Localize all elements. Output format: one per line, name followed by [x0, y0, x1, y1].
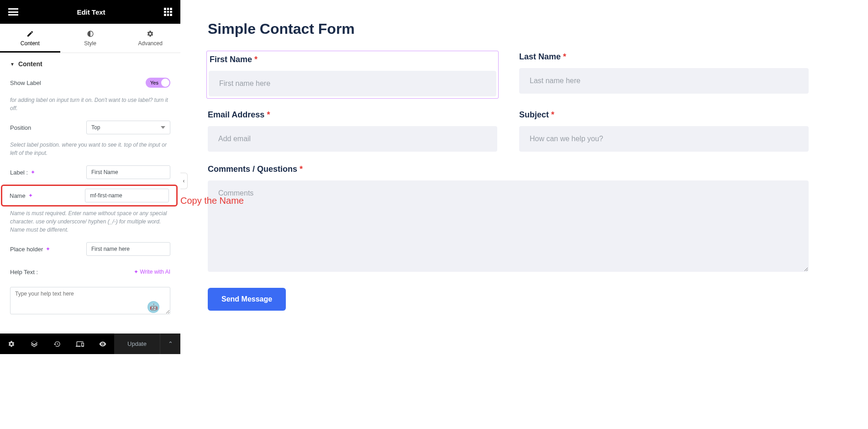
contact-form: First Name * Last Name * Email Address *… [208, 52, 809, 273]
section-content-toggle[interactable]: ▼ Content [0, 53, 180, 71]
last-name-label: Last Name * [519, 52, 809, 62]
tab-content[interactable]: Content [0, 24, 60, 53]
eye-icon [99, 340, 107, 348]
history-button[interactable] [46, 334, 68, 354]
form-field-comments[interactable]: Comments / Questions * [208, 164, 809, 273]
preview-button[interactable] [91, 334, 114, 354]
name-help: Name is must required. Enter name withou… [0, 207, 180, 238]
layers-icon [30, 340, 38, 348]
name-input[interactable] [85, 189, 169, 202]
first-name-label: First Name * [210, 55, 497, 64]
label-input[interactable] [86, 165, 170, 179]
navigator-button[interactable] [23, 334, 46, 354]
tab-advanced-label: Advanced [138, 40, 162, 47]
comments-label: Comments / Questions * [208, 164, 809, 174]
sparkle-icon: ✦ [134, 269, 138, 275]
chevron-left-icon: ‹ [183, 178, 185, 184]
panel-collapse-handle[interactable]: ‹ [180, 173, 188, 189]
first-name-input[interactable] [209, 71, 496, 96]
tab-advanced[interactable]: Advanced [120, 24, 180, 53]
preview-area[interactable]: Simple Contact Form First Name * Last Na… [180, 0, 868, 354]
name-field-label: Name ✦ [10, 192, 33, 199]
email-input[interactable] [208, 126, 497, 152]
placeholder-field-label: Place holder ✦ [10, 246, 50, 253]
subject-input[interactable] [519, 126, 809, 152]
editor-panel: Edit Text Content Style Advanced ▼ Con [0, 0, 180, 354]
send-message-button[interactable]: Send Message [208, 288, 286, 311]
toggle-knob [161, 79, 169, 87]
show-label-label: Show Label [10, 79, 41, 86]
settings-button[interactable] [0, 334, 23, 354]
caret-down-icon: ▼ [10, 62, 15, 67]
position-label: Position [10, 124, 31, 131]
position-help: Select label position. where you want to… [0, 139, 180, 161]
history-icon [53, 340, 61, 348]
form-field-email[interactable]: Email Address * [208, 110, 497, 152]
help-text-label: Help Text : [10, 269, 38, 275]
panel-title: Edit Text [77, 8, 105, 16]
position-select[interactable]: Top [86, 121, 170, 134]
update-options-button[interactable]: ⌃ [160, 334, 180, 354]
email-label: Email Address * [208, 110, 497, 120]
placeholder-input[interactable] [86, 242, 170, 256]
show-label-help: for adding label on input turn it on. Do… [0, 94, 180, 116]
tab-content-label: Content [21, 40, 40, 47]
sparkle-icon[interactable]: ✦ [31, 169, 35, 175]
write-with-ai-button[interactable]: ✦ Write with AI [134, 269, 170, 275]
show-label-toggle[interactable]: Yes [146, 78, 170, 88]
menu-icon[interactable] [8, 8, 18, 16]
form-title: Simple Contact Form [208, 21, 809, 37]
tab-style[interactable]: Style [60, 24, 121, 53]
form-field-last-name[interactable]: Last Name * [519, 52, 809, 97]
section-title-label: Content [18, 60, 42, 68]
contrast-icon [87, 30, 94, 37]
label-field-label: Label : ✦ [10, 169, 35, 176]
gear-icon [147, 30, 154, 37]
pencil-icon [26, 30, 34, 37]
devices-icon [76, 340, 84, 348]
annotation-text: Copy the Name [180, 196, 244, 206]
sparkle-icon[interactable]: ✦ [28, 192, 33, 199]
last-name-input[interactable] [519, 68, 809, 94]
subject-label: Subject * [519, 110, 809, 120]
help-text-textarea[interactable] [10, 287, 170, 314]
sparkle-icon[interactable]: ✦ [46, 246, 50, 252]
panel-body[interactable]: ▼ Content Show Label Yes for adding labe… [0, 53, 180, 334]
update-button[interactable]: Update [114, 334, 160, 354]
form-field-first-name[interactable]: First Name * [206, 51, 499, 99]
responsive-button[interactable] [68, 334, 91, 354]
form-field-subject[interactable]: Subject * [519, 110, 809, 152]
ai-robot-icon[interactable]: 🤖 [147, 301, 159, 313]
toggle-value: Yes [150, 80, 158, 85]
panel-footer: Update ⌃ [0, 334, 180, 354]
panel-header: Edit Text [0, 0, 180, 24]
name-field-highlight: Name ✦ [1, 185, 178, 207]
panel-tabs: Content Style Advanced [0, 24, 180, 53]
comments-textarea[interactable] [208, 180, 809, 272]
tab-style-label: Style [84, 40, 96, 47]
gear-icon [8, 340, 15, 348]
apps-icon[interactable] [164, 8, 172, 16]
caret-up-icon: ⌃ [168, 340, 173, 347]
